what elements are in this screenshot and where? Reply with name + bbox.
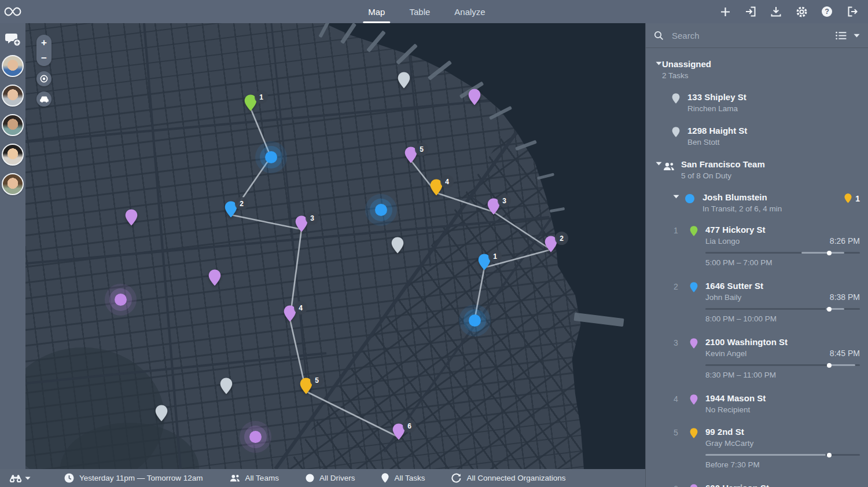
task-window: Before 7:30 PM [705,459,860,470]
task-sidebar: Unassigned 2 Tasks 133 Shipley St Rinche… [645,23,868,487]
sequence-badge: 2 [235,197,248,210]
map-pin-gray[interactable] [398,72,410,89]
zoom-out-button[interactable]: − [36,53,52,63]
map-canvas[interactable]: 12345654321 + − [25,23,645,469]
settings-icon[interactable] [795,5,808,18]
map-controls: + − [36,35,52,107]
signout-icon[interactable] [846,5,859,18]
filter-all-teams[interactable]: All Teams [230,474,279,482]
search-input[interactable] [671,30,836,41]
group-header-unassigned[interactable]: Unassigned 2 Tasks [646,54,868,87]
task-number: 4 [671,393,681,404]
task-number: 6 [671,482,681,487]
task-row[interactable]: 2 1646 Sutter St John Baily8:38 PM 8:00 … [646,276,868,332]
zoom-in-button[interactable]: + [36,38,52,47]
task-row[interactable]: 133 Shipley St Rinchen Lama [646,87,868,120]
map-pin-gray[interactable] [220,378,233,394]
filter-bar: Yesterday 11pm — Tomorrow 12amAll TeamsA… [0,469,645,487]
task-window: 8:00 PM – 10:00 PM [705,313,860,324]
download-icon[interactable] [770,5,782,18]
sequence-badge: 6 [403,419,416,433]
sequence-badge: 1 [488,250,502,263]
tab-map[interactable]: Map [366,0,387,23]
time-window-slider[interactable] [705,308,860,310]
task-eta: 8:38 PM [830,292,860,302]
task-pin-icon-gray [671,125,681,137]
task-number: 2 [671,280,681,291]
time-window-slider[interactable] [705,454,860,456]
onfleet-logo infinity-icon[interactable] [0,0,25,23]
sequence-badge: 3 [306,211,319,225]
driver-avatar-5[interactable] [2,173,24,195]
driver-avatar-2[interactable] [2,85,24,107]
map-pin-purple[interactable] [208,269,221,286]
task-row[interactable]: 3 2100 Washington St Kevin Angel8:45 PM … [646,332,868,388]
chat-plus-icon new-message-button[interactable] [5,31,21,47]
map-pin-gray[interactable] [155,405,168,422]
task-number: 5 [671,426,681,437]
filter-all-connected-organizations[interactable]: All Connected Organizations [451,473,565,483]
search-bar [646,23,868,48]
task-pin-icon-purple [689,336,698,349]
sequence-badge: 4 [294,301,307,314]
svg-text:?: ? [825,8,829,16]
sequence-badge: 3 [498,194,511,207]
team-header[interactable]: San Francisco Team 5 of 8 On Duty [646,154,868,187]
filter-yesterday-11pm-tomorrow-12am[interactable]: Yesterday 11pm — Tomorrow 12am [64,473,203,483]
list-icon sort-options-button[interactable] [836,31,847,40]
sequence-badge: 4 [440,175,454,188]
driver-rail [0,23,25,469]
driver-row[interactable]: Josh Blumstein In Transit, 2 of 6, 4 min… [646,187,868,219]
chevron-down-icon[interactable] [671,192,681,199]
browse-filters-button[interactable] [0,474,39,482]
map-pin-purple[interactable] [125,209,138,226]
driver-status-dot [685,194,694,203]
task-row[interactable]: 1298 Haight St Ben Stott [646,120,868,154]
plus-icon[interactable] [719,5,731,18]
view-tabs: MapTableAnalyze [366,0,487,23]
vehicle-toggle-button car-icon[interactable] [36,91,52,107]
filter-all-tasks[interactable]: All Tasks [381,473,425,483]
help-icon[interactable]: ? [821,5,833,18]
sequence-badge: 5 [310,374,323,387]
driver-avatar-3[interactable] [2,114,24,136]
task-window: 8:30 PM – 11:00 PM [705,369,860,380]
top-bar: MapTableAnalyze ? [0,0,868,23]
driver-dot[interactable] [265,151,277,163]
task-row[interactable]: 6 600 Harrison St Brian Rekasis [646,478,868,487]
tab-analyze[interactable]: Analyze [453,0,487,23]
map-pin-gray[interactable] [391,237,404,254]
map-marker-dot-purple[interactable] [249,431,262,443]
task-pin-icon-yellow [689,426,698,438]
sequence-badge: 1 [255,90,268,104]
caret-down-icon [25,477,31,480]
sequence-badge: 5 [415,142,428,156]
driver-avatar-1[interactable] [2,55,24,77]
pin-icon [381,473,389,483]
task-pin-icon-purple [689,393,698,405]
task-row[interactable]: 1 477 Hickory St Lia Longo8:26 PM 5:00 P… [646,219,868,276]
tab-table[interactable]: Table [407,0,432,23]
filter-all-drivers[interactable]: All Drivers [306,474,355,482]
import-icon[interactable] [744,5,757,18]
org-icon [451,473,461,483]
clock-icon [64,473,74,483]
task-row[interactable]: 5 99 2nd St Gray McCarty Before 7:30 PM [646,422,868,478]
task-row[interactable]: 4 1944 Mason St No Recipient [646,388,868,422]
locate-button target-icon[interactable] [36,71,52,86]
caret-down-icon list-collapse-button[interactable] [854,34,860,38]
driver-avatar-4[interactable] [2,144,24,166]
task-eta: 8:45 PM [830,349,860,358]
sequence-badge: 2 [555,232,568,245]
time-window-slider[interactable] [705,252,860,254]
team-icon [230,474,240,482]
map-pin-purple[interactable] [468,89,481,105]
time-window-slider[interactable] [705,364,860,366]
driver-dot[interactable] [469,314,481,327]
driver-flag: 1 [844,192,860,203]
task-number: 3 [671,336,681,347]
task-window: 5:00 PM – 7:00 PM [705,257,860,268]
map-marker-dot-purple[interactable] [115,294,127,306]
driver-dot[interactable] [375,204,387,216]
chevron-down-icon[interactable] [654,159,663,166]
